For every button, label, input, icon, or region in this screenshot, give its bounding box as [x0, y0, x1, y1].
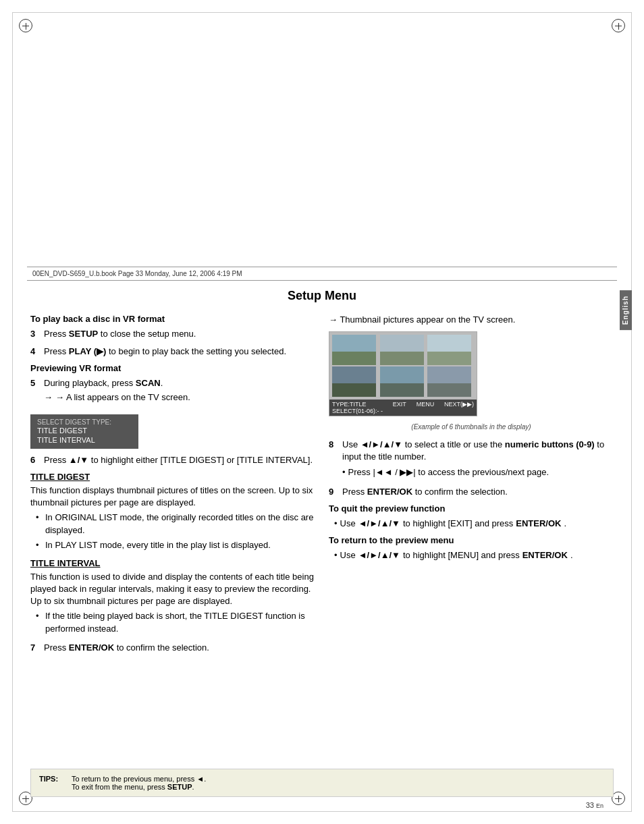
step-4-rest: to begin to play back the setting you se… [106, 346, 286, 356]
title-interval-bullet-1: If the title being played back is short,… [36, 610, 315, 634]
left-column: To play back a disc in VR format 3 Press… [30, 314, 315, 659]
step-4: 4 Press PLAY (▶) to begin to play back t… [30, 346, 315, 358]
step-4-content: Press PLAY (▶) to begin to play back the… [44, 346, 315, 358]
step-6-num: 6 [30, 454, 40, 466]
step-6-text: Press [44, 455, 69, 465]
step-3-rest: to close the setup menu. [98, 329, 196, 339]
step-4-num: 4 [30, 346, 40, 358]
right-column: → Thumbnail pictures appear on the TV sc… [329, 314, 614, 659]
step-5-rest: . [161, 378, 163, 388]
step-9-num: 9 [329, 486, 338, 498]
thumb-5 [380, 366, 424, 397]
thumbnail-grid [329, 332, 477, 400]
tips-box: TIPS: To return to the previous menu, pr… [30, 769, 614, 797]
step-7-bold: ENTER/OK [69, 642, 114, 653]
step-8-bold2: numeric buttons (0-9) [505, 439, 595, 449]
step-8-bold: ◄/►/▲/▼ [360, 439, 402, 449]
digest-menu-label: SELECT DIGEST TYPE: [37, 418, 132, 426]
step-7-num: 7 [30, 642, 40, 654]
thumbnail-caption: (Example of 6 thumbnails in the display) [329, 422, 614, 432]
thumbnail-display: TYPE:TITLE SELECT(01-06):- - EXIT MENU N… [329, 331, 477, 416]
thumb-6 [427, 366, 471, 397]
step-8-content: Use ◄/►/▲/▼ to select a title or use the… [342, 439, 614, 480]
title-digest-heading: TITLE DIGEST [30, 472, 315, 482]
step-9-content: Press ENTER/OK to confirm the selection. [342, 486, 614, 498]
thumb-next: NEXT(▶▶) [444, 401, 474, 414]
tips-label: TIPS: [39, 775, 66, 791]
thumb-4 [332, 366, 376, 397]
step-3-text: Press [44, 329, 69, 339]
step-3: 3 Press SETUP to close the setup menu. [30, 328, 315, 340]
step-6-rest: to highlight either [TITLE DIGEST] or [T… [88, 455, 313, 465]
step-4-text: Press [44, 346, 69, 356]
step-3-bold: SETUP [69, 329, 98, 339]
thumb-exit: EXIT [393, 401, 406, 414]
arrow-intro-text: → Thumbnail pictures appear on the TV sc… [329, 314, 614, 326]
section-heading-preview: Previewing VR format [30, 363, 315, 373]
step-7-rest: to confirm the selection. [114, 642, 209, 653]
title-digest-bullet-1: In ORIGINAL LIST mode, the originally re… [36, 512, 315, 536]
thumbnail-info-bar: TYPE:TITLE SELECT(01-06):- - EXIT MENU N… [329, 400, 477, 416]
step-5-bold: SCAN [136, 378, 161, 388]
step-8: 8 Use ◄/►/▲/▼ to select a title or use t… [329, 439, 614, 480]
step-8-rest: to select a title or use the [402, 439, 505, 449]
step-9: 9 Press ENTER/OK to confirm the selectio… [329, 486, 614, 498]
return-heading: To return to the preview menu [329, 535, 614, 545]
quit-text: • Use ◄/►/▲/▼ to highlight [EXIT] and pr… [334, 518, 614, 530]
digest-menu-item1: TITLE DIGEST [37, 426, 132, 435]
return-text: • Use ◄/►/▲/▼ to highlight [MENU] and pr… [334, 549, 614, 561]
page-number: 33 En [586, 801, 603, 809]
step-5-num: 5 [30, 377, 40, 403]
step-6-bold: ▲/▼ [69, 455, 88, 465]
title-digest-bullet-2: In PLAY LIST mode, every title in the pl… [36, 539, 315, 551]
step-7: 7 Press ENTER/OK to confirm the selectio… [30, 642, 315, 654]
thumb-menu: MENU [417, 401, 435, 414]
thumb-type: TYPE:TITLE SELECT(01-06):- - [332, 401, 383, 414]
two-column-layout: To play back a disc in VR format 3 Press… [30, 314, 614, 659]
step-4-bold: PLAY (▶) [69, 346, 107, 356]
title-digest-bullets: In ORIGINAL LIST mode, the originally re… [36, 512, 315, 551]
file-info-bar: 00EN_DVD-S659_U.b.book Page 33 Monday, J… [27, 267, 617, 281]
step-5: 5 During playback, press SCAN. → A list … [30, 377, 315, 403]
step-9-bold: ENTER/OK [367, 487, 412, 497]
page-title: Setup Menu [30, 283, 614, 303]
thumb-1 [332, 335, 376, 365]
title-interval-desc: This function is used to divide and disp… [30, 571, 315, 608]
step-6: 6 Press ▲/▼ to highlight either [TITLE D… [30, 454, 315, 466]
quit-heading: To quit the preview function [329, 503, 614, 514]
file-info-text: 00EN_DVD-S659_U.b.book Page 33 Monday, J… [32, 270, 242, 277]
title-interval-heading: TITLE INTERVAL [30, 558, 315, 568]
step-5-arrow: → A list appears on the TV screen. [44, 391, 315, 404]
tips-content: To return to the previous menu, press ◄.… [72, 775, 206, 791]
main-content: Setup Menu To play back a disc in VR for… [30, 283, 614, 757]
step-5-text: During playback, press [44, 378, 136, 388]
tips-line2: To exit from the menu, press SETUP. [72, 783, 206, 791]
step-3-content: Press SETUP to close the setup menu. [44, 328, 315, 340]
thumb-2 [380, 335, 424, 365]
thumb-3 [427, 335, 471, 365]
title-digest-desc: This function displays thumbnail picture… [30, 485, 315, 509]
section-heading-vr: To play back a disc in VR format [30, 314, 315, 324]
step-6-content: Press ▲/▼ to highlight either [TITLE DIG… [44, 454, 315, 466]
language-tab: English [620, 290, 632, 330]
digest-menu-box: SELECT DIGEST TYPE: TITLE DIGEST TITLE I… [30, 414, 138, 449]
step-7-text: Press [44, 642, 69, 653]
step-9-text: Press [342, 487, 367, 497]
step-3-num: 3 [30, 328, 40, 340]
digest-menu-item2: TITLE INTERVAL [37, 435, 132, 445]
step-5-content: During playback, press SCAN. → A list ap… [44, 377, 315, 403]
title-interval-bullets: If the title being played back is short,… [36, 610, 315, 634]
step-7-content: Press ENTER/OK to confirm the selection. [44, 642, 315, 654]
step-8-subbullet: • Press |◄◄ / ▶▶| to access the previous… [342, 466, 614, 478]
step-8-text: Use [342, 439, 360, 449]
step-8-num: 8 [329, 439, 338, 480]
step-9-rest: to confirm the selection. [412, 487, 508, 497]
tips-line1: To return to the previous menu, press ◄. [72, 775, 206, 783]
